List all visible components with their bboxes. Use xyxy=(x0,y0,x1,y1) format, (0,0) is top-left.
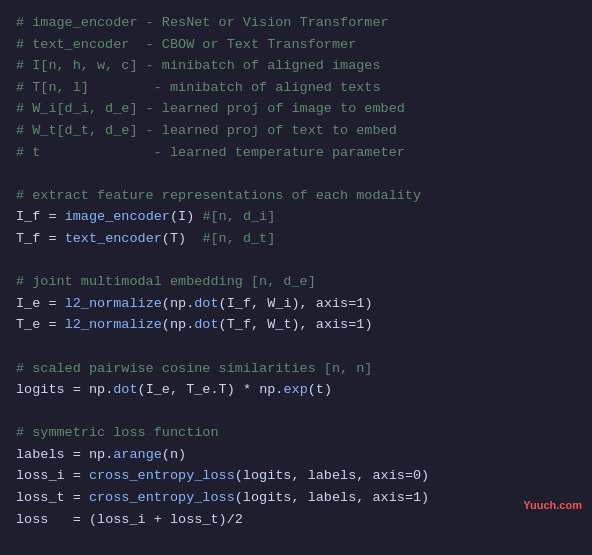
watermark: Yuuch.com xyxy=(523,497,582,515)
code-line-23: loss_t = cross_entropy_loss(logits, labe… xyxy=(16,487,576,509)
code-line-1: # image_encoder - ResNet or Vision Trans… xyxy=(16,12,576,34)
code-line-6: # W_t[d_t, d_e] - learned proj of text t… xyxy=(16,120,576,142)
code-line-7: # t - learned temperature parameter xyxy=(16,142,576,164)
blank-line-3 xyxy=(16,336,576,358)
blank-line-2 xyxy=(16,250,576,272)
code-line-11: T_f = text_encoder(T) #[n, d_t] xyxy=(16,228,576,250)
code-line-14: I_e = l2_normalize(np.dot(I_f, W_i), axi… xyxy=(16,293,576,315)
code-line-13: # joint multimodal embedding [n, d_e] xyxy=(16,271,576,293)
code-line-4: # T[n, l] - minibatch of aligned texts xyxy=(16,77,576,99)
code-line-3: # I[n, h, w, c] - minibatch of aligned i… xyxy=(16,55,576,77)
code-line-24: loss = (loss_i + loss_t)/2 xyxy=(16,509,576,531)
code-line-22: loss_i = cross_entropy_loss(logits, labe… xyxy=(16,465,576,487)
code-line-17: # scaled pairwise cosine similarities [n… xyxy=(16,358,576,380)
code-line-20: # symmetric loss function xyxy=(16,422,576,444)
code-line-9: # extract feature representations of eac… xyxy=(16,185,576,207)
blank-line-1 xyxy=(16,163,576,185)
code-container: # image_encoder - ResNet or Vision Trans… xyxy=(0,0,592,555)
code-line-10: I_f = image_encoder(I) #[n, d_i] xyxy=(16,206,576,228)
code-line-2: # text_encoder - CBOW or Text Transforme… xyxy=(16,34,576,56)
code-line-18: logits = np.dot(I_e, T_e.T) * np.exp(t) xyxy=(16,379,576,401)
code-line-15: T_e = l2_normalize(np.dot(T_f, W_t), axi… xyxy=(16,314,576,336)
blank-line-4 xyxy=(16,401,576,423)
code-line-21: labels = np.arange(n) xyxy=(16,444,576,466)
code-line-5: # W_i[d_i, d_e] - learned proj of image … xyxy=(16,98,576,120)
